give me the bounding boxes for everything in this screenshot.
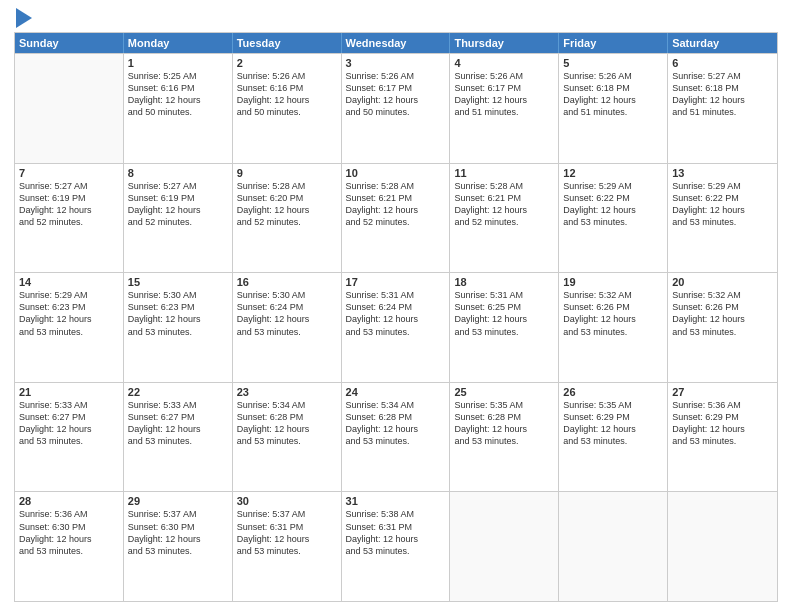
cell-info: Sunrise: 5:34 AMSunset: 6:28 PMDaylight:… <box>346 399 446 448</box>
calendar-cell: 19Sunrise: 5:32 AMSunset: 6:26 PMDayligh… <box>559 273 668 382</box>
calendar-cell: 17Sunrise: 5:31 AMSunset: 6:24 PMDayligh… <box>342 273 451 382</box>
day-number: 12 <box>563 167 663 179</box>
cell-info: Sunrise: 5:35 AMSunset: 6:29 PMDaylight:… <box>563 399 663 448</box>
calendar-cell: 12Sunrise: 5:29 AMSunset: 6:22 PMDayligh… <box>559 164 668 273</box>
cell-info: Sunrise: 5:28 AMSunset: 6:21 PMDaylight:… <box>346 180 446 229</box>
calendar-cell <box>559 492 668 601</box>
day-number: 2 <box>237 57 337 69</box>
day-number: 26 <box>563 386 663 398</box>
cell-info: Sunrise: 5:25 AMSunset: 6:16 PMDaylight:… <box>128 70 228 119</box>
day-number: 1 <box>128 57 228 69</box>
calendar-header: SundayMondayTuesdayWednesdayThursdayFrid… <box>15 33 777 53</box>
header <box>14 10 778 24</box>
calendar-cell: 21Sunrise: 5:33 AMSunset: 6:27 PMDayligh… <box>15 383 124 492</box>
day-number: 6 <box>672 57 773 69</box>
cell-info: Sunrise: 5:31 AMSunset: 6:24 PMDaylight:… <box>346 289 446 338</box>
day-number: 28 <box>19 495 119 507</box>
day-number: 24 <box>346 386 446 398</box>
header-day-wednesday: Wednesday <box>342 33 451 53</box>
calendar-cell: 2Sunrise: 5:26 AMSunset: 6:16 PMDaylight… <box>233 54 342 163</box>
calendar-cell: 23Sunrise: 5:34 AMSunset: 6:28 PMDayligh… <box>233 383 342 492</box>
calendar-cell: 24Sunrise: 5:34 AMSunset: 6:28 PMDayligh… <box>342 383 451 492</box>
cell-info: Sunrise: 5:35 AMSunset: 6:28 PMDaylight:… <box>454 399 554 448</box>
calendar-cell: 27Sunrise: 5:36 AMSunset: 6:29 PMDayligh… <box>668 383 777 492</box>
day-number: 30 <box>237 495 337 507</box>
cell-info: Sunrise: 5:33 AMSunset: 6:27 PMDaylight:… <box>128 399 228 448</box>
cell-info: Sunrise: 5:26 AMSunset: 6:16 PMDaylight:… <box>237 70 337 119</box>
cell-info: Sunrise: 5:28 AMSunset: 6:21 PMDaylight:… <box>454 180 554 229</box>
calendar-cell: 22Sunrise: 5:33 AMSunset: 6:27 PMDayligh… <box>124 383 233 492</box>
calendar-cell: 1Sunrise: 5:25 AMSunset: 6:16 PMDaylight… <box>124 54 233 163</box>
cell-info: Sunrise: 5:27 AMSunset: 6:19 PMDaylight:… <box>128 180 228 229</box>
calendar-cell: 15Sunrise: 5:30 AMSunset: 6:23 PMDayligh… <box>124 273 233 382</box>
day-number: 5 <box>563 57 663 69</box>
day-number: 10 <box>346 167 446 179</box>
day-number: 21 <box>19 386 119 398</box>
cell-info: Sunrise: 5:28 AMSunset: 6:20 PMDaylight:… <box>237 180 337 229</box>
calendar-cell: 11Sunrise: 5:28 AMSunset: 6:21 PMDayligh… <box>450 164 559 273</box>
day-number: 23 <box>237 386 337 398</box>
cell-info: Sunrise: 5:30 AMSunset: 6:24 PMDaylight:… <box>237 289 337 338</box>
calendar-cell: 9Sunrise: 5:28 AMSunset: 6:20 PMDaylight… <box>233 164 342 273</box>
calendar-cell: 20Sunrise: 5:32 AMSunset: 6:26 PMDayligh… <box>668 273 777 382</box>
day-number: 3 <box>346 57 446 69</box>
day-number: 13 <box>672 167 773 179</box>
cell-info: Sunrise: 5:32 AMSunset: 6:26 PMDaylight:… <box>672 289 773 338</box>
day-number: 9 <box>237 167 337 179</box>
calendar-cell: 10Sunrise: 5:28 AMSunset: 6:21 PMDayligh… <box>342 164 451 273</box>
day-number: 15 <box>128 276 228 288</box>
calendar-row: 21Sunrise: 5:33 AMSunset: 6:27 PMDayligh… <box>15 382 777 492</box>
cell-info: Sunrise: 5:37 AMSunset: 6:30 PMDaylight:… <box>128 508 228 557</box>
calendar-cell <box>668 492 777 601</box>
cell-info: Sunrise: 5:33 AMSunset: 6:27 PMDaylight:… <box>19 399 119 448</box>
header-day-saturday: Saturday <box>668 33 777 53</box>
day-number: 18 <box>454 276 554 288</box>
calendar-row: 7Sunrise: 5:27 AMSunset: 6:19 PMDaylight… <box>15 163 777 273</box>
calendar-cell: 7Sunrise: 5:27 AMSunset: 6:19 PMDaylight… <box>15 164 124 273</box>
day-number: 19 <box>563 276 663 288</box>
calendar-body: 1Sunrise: 5:25 AMSunset: 6:16 PMDaylight… <box>15 53 777 601</box>
cell-info: Sunrise: 5:29 AMSunset: 6:22 PMDaylight:… <box>672 180 773 229</box>
calendar-row: 28Sunrise: 5:36 AMSunset: 6:30 PMDayligh… <box>15 491 777 601</box>
day-number: 27 <box>672 386 773 398</box>
calendar-cell: 25Sunrise: 5:35 AMSunset: 6:28 PMDayligh… <box>450 383 559 492</box>
logo <box>14 10 32 24</box>
logo-top <box>14 10 32 28</box>
cell-info: Sunrise: 5:37 AMSunset: 6:31 PMDaylight:… <box>237 508 337 557</box>
cell-info: Sunrise: 5:34 AMSunset: 6:28 PMDaylight:… <box>237 399 337 448</box>
logo-arrow-icon <box>16 8 32 28</box>
calendar-cell <box>15 54 124 163</box>
cell-info: Sunrise: 5:31 AMSunset: 6:25 PMDaylight:… <box>454 289 554 338</box>
day-number: 11 <box>454 167 554 179</box>
day-number: 22 <box>128 386 228 398</box>
cell-info: Sunrise: 5:26 AMSunset: 6:17 PMDaylight:… <box>454 70 554 119</box>
calendar-cell: 6Sunrise: 5:27 AMSunset: 6:18 PMDaylight… <box>668 54 777 163</box>
calendar-cell: 4Sunrise: 5:26 AMSunset: 6:17 PMDaylight… <box>450 54 559 163</box>
cell-info: Sunrise: 5:29 AMSunset: 6:22 PMDaylight:… <box>563 180 663 229</box>
day-number: 31 <box>346 495 446 507</box>
cell-info: Sunrise: 5:32 AMSunset: 6:26 PMDaylight:… <box>563 289 663 338</box>
day-number: 20 <box>672 276 773 288</box>
day-number: 8 <box>128 167 228 179</box>
cell-info: Sunrise: 5:27 AMSunset: 6:19 PMDaylight:… <box>19 180 119 229</box>
calendar-cell: 28Sunrise: 5:36 AMSunset: 6:30 PMDayligh… <box>15 492 124 601</box>
calendar-cell: 14Sunrise: 5:29 AMSunset: 6:23 PMDayligh… <box>15 273 124 382</box>
cell-info: Sunrise: 5:26 AMSunset: 6:18 PMDaylight:… <box>563 70 663 119</box>
calendar-cell: 26Sunrise: 5:35 AMSunset: 6:29 PMDayligh… <box>559 383 668 492</box>
calendar-cell: 16Sunrise: 5:30 AMSunset: 6:24 PMDayligh… <box>233 273 342 382</box>
day-number: 16 <box>237 276 337 288</box>
calendar-cell <box>450 492 559 601</box>
header-day-sunday: Sunday <box>15 33 124 53</box>
page: SundayMondayTuesdayWednesdayThursdayFrid… <box>0 0 792 612</box>
header-day-thursday: Thursday <box>450 33 559 53</box>
calendar-cell: 31Sunrise: 5:38 AMSunset: 6:31 PMDayligh… <box>342 492 451 601</box>
calendar-cell: 13Sunrise: 5:29 AMSunset: 6:22 PMDayligh… <box>668 164 777 273</box>
calendar-cell: 18Sunrise: 5:31 AMSunset: 6:25 PMDayligh… <box>450 273 559 382</box>
day-number: 25 <box>454 386 554 398</box>
cell-info: Sunrise: 5:36 AMSunset: 6:29 PMDaylight:… <box>672 399 773 448</box>
calendar-cell: 5Sunrise: 5:26 AMSunset: 6:18 PMDaylight… <box>559 54 668 163</box>
cell-info: Sunrise: 5:38 AMSunset: 6:31 PMDaylight:… <box>346 508 446 557</box>
day-number: 7 <box>19 167 119 179</box>
calendar-row: 1Sunrise: 5:25 AMSunset: 6:16 PMDaylight… <box>15 53 777 163</box>
header-day-monday: Monday <box>124 33 233 53</box>
